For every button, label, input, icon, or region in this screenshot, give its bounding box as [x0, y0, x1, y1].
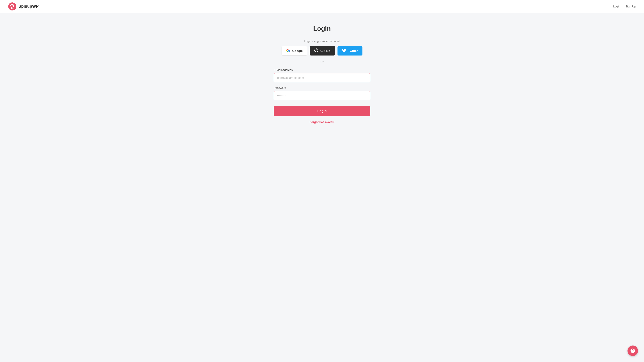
- login-card: Login Login using a social account: [274, 25, 370, 124]
- google-button-label: Google: [292, 49, 303, 52]
- page-title: Login: [274, 25, 370, 32]
- help-icon: [630, 348, 635, 353]
- brand-logo-icon: [8, 2, 16, 11]
- password-label: Password: [274, 86, 370, 89]
- password-field-group: Password: [274, 86, 370, 100]
- divider-line-right: [326, 62, 370, 62]
- twitter-login-button[interactable]: Twitter: [338, 46, 362, 55]
- divider: Or: [274, 60, 370, 63]
- nav-login-link[interactable]: Login: [613, 5, 620, 8]
- password-input[interactable]: [274, 91, 370, 100]
- login-button[interactable]: Login: [274, 106, 370, 116]
- help-button[interactable]: [628, 346, 638, 356]
- github-login-button[interactable]: GitHub: [310, 46, 335, 55]
- social-buttons: Google GitHub: [274, 46, 370, 55]
- brand-logo-link[interactable]: SpinupWP: [8, 2, 39, 11]
- email-field-group: E-Mail Address: [274, 68, 370, 82]
- divider-line-left: [274, 62, 318, 62]
- login-form: E-Mail Address Password Login: [274, 68, 370, 116]
- navbar: SpinupWP Login Sign Up: [0, 0, 644, 13]
- github-icon: [314, 48, 318, 53]
- social-section: Login using a social account Google: [274, 40, 370, 55]
- twitter-icon: [342, 48, 346, 53]
- twitter-button-label: Twitter: [348, 49, 358, 52]
- github-button-label: GitHub: [320, 49, 330, 52]
- social-label: Login using a social account: [274, 40, 370, 43]
- google-icon: [286, 48, 290, 53]
- navbar-links: Login Sign Up: [613, 5, 636, 8]
- forgot-password-section: Forgot Password?: [274, 120, 370, 124]
- svg-point-0: [8, 2, 16, 10]
- main-content: Login Login using a social account: [0, 13, 644, 136]
- divider-text: Or: [320, 60, 324, 63]
- google-login-button[interactable]: Google: [282, 46, 307, 55]
- brand-name: SpinupWP: [18, 4, 39, 9]
- forgot-password-link[interactable]: Forgot Password?: [310, 120, 334, 124]
- nav-signup-link[interactable]: Sign Up: [625, 5, 636, 8]
- email-label: E-Mail Address: [274, 68, 370, 72]
- email-input[interactable]: [274, 73, 370, 82]
